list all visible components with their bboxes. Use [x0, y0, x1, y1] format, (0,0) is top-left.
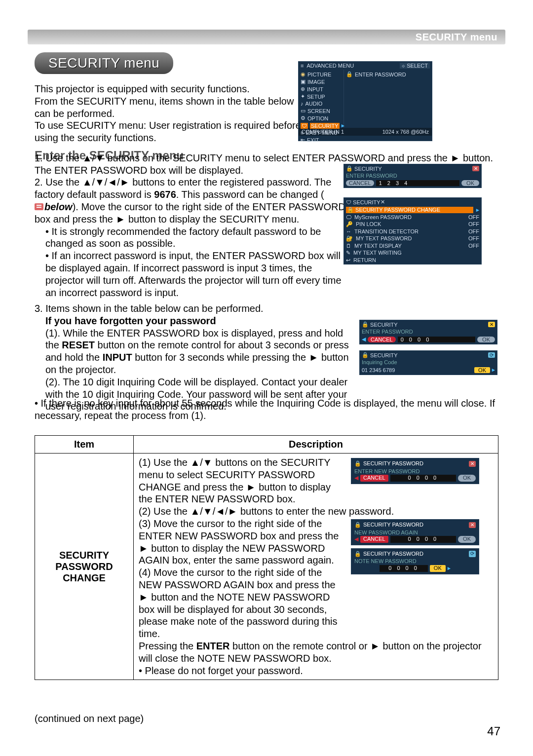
menu-item[interactable]: OPTION — [307, 115, 328, 121]
ok-button[interactable]: OK — [458, 475, 476, 482]
lock-icon: 🔒 — [354, 551, 361, 558]
osd-source: COMPUTER IN 1 — [302, 129, 344, 135]
s2c: . This password can be changed ( — [176, 189, 324, 200]
menu-item[interactable]: SCREEN — [307, 108, 330, 114]
ok-button[interactable]: OK — [474, 367, 490, 373]
osd-footer: COMPUTER IN 1 1024 x 768 @60Hz — [299, 128, 432, 136]
left-arrow-icon: ◀ — [354, 536, 358, 543]
osd-subtitle: ENTER PASSWORD — [344, 173, 481, 179]
row-desc: (1) Use the ▲/▼ buttons on the SECURITY … — [134, 454, 498, 680]
crossref: below — [35, 201, 73, 213]
menu-item[interactable]: INPUT — [307, 86, 323, 92]
submenu-item[interactable]: MY TEXT DISPLAY — [354, 243, 465, 249]
submenu-value: OFF — [468, 228, 479, 234]
osd-title: SECURITY — [353, 199, 381, 205]
closing-note: • If there is no key input for about 55 … — [35, 397, 498, 422]
text-display-icon: 🗒 — [346, 243, 351, 249]
close-icon[interactable]: ⟳ — [488, 352, 495, 358]
osd-forgot-enter: 🔒 SECURITY✕ ENTER PASSWORD ◀ CANCEL 0 0 … — [359, 320, 497, 344]
enter-btn-ref: ENTER — [196, 641, 230, 651]
s2d: ). Move the cursor to the right side of … — [35, 201, 345, 225]
password-digits[interactable]: 0 0 0 0 — [390, 475, 456, 482]
submenu-item[interactable]: MY TEXT WRITING — [353, 250, 479, 256]
submenu-value: OFF — [468, 214, 479, 220]
text-lock-icon: 🔐 — [346, 235, 353, 242]
enter-password-item[interactable]: ENTER PASSWORD — [355, 72, 406, 77]
submenu-item[interactable]: MyScreen PASSWORD — [354, 214, 465, 220]
password-digits[interactable]: 1 2 3 4 — [376, 180, 459, 186]
forgot-1: (1). While the ENTER PASSWORD box is dis… — [35, 327, 350, 376]
cancel-button[interactable]: CANCEL — [360, 475, 388, 482]
menu-item-security[interactable]: SECURITY — [310, 123, 340, 129]
ok-button[interactable]: OK — [458, 536, 476, 543]
col-header-item: Item — [35, 436, 134, 454]
osd-subtitle: NEW PASSWORD AGAIN — [354, 529, 476, 536]
lock-icon: 🔒 — [354, 522, 361, 529]
myscreen-icon: 🖵 — [346, 214, 351, 220]
lock-icon: 🔒 — [362, 352, 369, 358]
osd-title: ADVANCED MENU — [306, 63, 354, 69]
cancel-button[interactable]: CANCEL — [360, 536, 388, 543]
menu-item[interactable]: EXIT — [307, 137, 319, 143]
input-btn-ref: INPUT — [103, 352, 132, 363]
osd-subtitle: ENTER PASSWORD — [360, 329, 497, 335]
return-item[interactable]: RETURN — [353, 257, 376, 264]
osd-note-new-password: 🔒SECURITY PASSWORD⟳ NOTE NEW PASSWORD 0 … — [351, 548, 479, 574]
return-icon: ↩ — [346, 257, 350, 264]
book-icon — [35, 203, 43, 210]
breadcrumb: SECURITY menu — [416, 32, 497, 43]
menu-item[interactable]: SETUP — [307, 94, 325, 100]
close-icon[interactable]: ✕ — [472, 166, 479, 171]
col-header-desc: Description — [134, 436, 498, 454]
continued-note: (continued on next page) — [35, 713, 144, 724]
menu-icon: ≡ — [301, 63, 304, 69]
ok-button[interactable]: OK — [477, 337, 495, 342]
ok-button[interactable]: OK — [430, 565, 446, 572]
close-icon[interactable]: ✕ — [469, 461, 476, 467]
menu-item[interactable]: PICTURE — [307, 72, 331, 77]
password-digits[interactable]: 0 0 0 0 — [398, 337, 475, 342]
desc-bullet: • Please do not forget your password. — [139, 665, 493, 677]
cancel-button[interactable]: CANCEL — [368, 337, 396, 342]
lock-icon: 🔒 — [346, 165, 353, 172]
close-icon[interactable]: ✕ — [469, 522, 476, 528]
security-table: Item Description SECURITY PASSWORD CHANG… — [35, 435, 498, 680]
select-label: ⟐ SELECT — [400, 63, 430, 69]
header-bar: SECURITY menu — [28, 30, 505, 44]
row-item: SECURITY PASSWORD CHANGE — [35, 454, 134, 680]
osd-subtitle: ENTER NEW PASSWORD — [354, 468, 476, 475]
password-digits[interactable]: 0 0 0 0 — [390, 536, 456, 543]
pin-icon: 🔑 — [346, 221, 353, 227]
inquiring-code: 01 2345 6789 — [362, 367, 472, 373]
step3: 3. Items shown in the table below can be… — [35, 302, 489, 315]
crossref-text: below — [44, 201, 73, 212]
desc-step3: (3) Move the cursor to the right side of… — [139, 518, 346, 567]
step2: 2. Use the ▲/▼/◄/► buttons to enter the … — [35, 176, 345, 226]
menu-item[interactable]: IMAGE — [307, 79, 325, 85]
submenu-item[interactable]: MY TEXT PASSWORD — [356, 235, 465, 242]
close-icon[interactable]: ✕ — [488, 322, 495, 327]
osd-title: SECURITY — [370, 322, 398, 328]
page-number: 47 — [487, 724, 500, 738]
osd-enter-new-password: 🔒SECURITY PASSWORD✕ ENTER NEW PASSWORD ◀… — [351, 458, 479, 484]
page-title: SECURITY menu — [35, 52, 173, 74]
menu-item[interactable]: AUDIO — [305, 101, 323, 107]
close-icon[interactable]: ✕ — [381, 199, 385, 205]
submenu-value: OFF — [468, 235, 479, 242]
osd-security-submenu: 🛡 SECURITY✕ 🔒 SECURITY PASSWORD CHANGE▸ … — [343, 197, 482, 265]
submenu-item[interactable]: SECURITY PASSWORD CHANGE — [355, 207, 440, 213]
cancel-button[interactable]: CANCEL — [346, 180, 374, 186]
submenu-item[interactable]: TRANSITION DETECTOR — [354, 228, 465, 234]
lock-icon: 🔒 — [362, 321, 369, 328]
intro-line: To use SECURITY menu: User registration … — [35, 119, 301, 144]
password-digits: 0 0 0 0 — [380, 565, 428, 572]
close-icon[interactable]: ⟳ — [469, 551, 476, 557]
ok-button[interactable]: OK — [461, 180, 479, 186]
lock-icon: 🔒 — [346, 71, 353, 77]
bullet-recommend: • It is strongly recommended the factory… — [35, 226, 345, 250]
submenu-value: OFF — [468, 243, 479, 249]
submenu-item[interactable]: PIN LOCK — [356, 221, 465, 227]
intro-line: This projector is equipped with security… — [35, 83, 301, 95]
desc-step1: (1) Use the ▲/▼ buttons on the SECURITY … — [139, 456, 346, 505]
osd-right-pane: 🔒ENTER PASSWORD — [344, 70, 432, 128]
